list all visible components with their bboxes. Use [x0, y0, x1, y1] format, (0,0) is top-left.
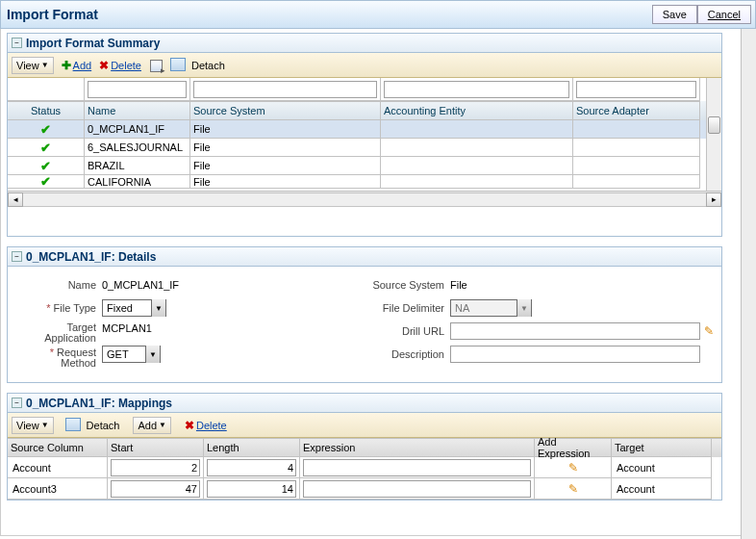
- filter-source-system[interactable]: [190, 78, 381, 101]
- col-source-adapter[interactable]: Source Adapter: [573, 101, 700, 120]
- filter-row: [8, 78, 706, 101]
- value-drill-url[interactable]: [450, 322, 700, 340]
- start-cell[interactable]: [108, 457, 204, 478]
- scroll-left[interactable]: ◂: [8, 192, 23, 207]
- scroll-right[interactable]: ▸: [706, 192, 721, 207]
- pencil-icon[interactable]: ✎: [704, 324, 714, 338]
- value-request-method[interactable]: GET▼: [102, 346, 161, 363]
- mappings-panel-title: 0_MCPLAN1_IF: Mappings: [26, 397, 172, 410]
- add-menu[interactable]: Add ▼: [133, 417, 171, 434]
- page-vertical-scrollbar[interactable]: [741, 29, 756, 539]
- format-selection-button[interactable]: [149, 58, 164, 73]
- table-row[interactable]: ✔ 0_MCPLAN1_IF File: [8, 120, 706, 139]
- label-name: Name: [15, 279, 102, 291]
- col-status[interactable]: Status: [8, 101, 85, 120]
- col-source-system[interactable]: Source System: [190, 101, 381, 120]
- titlebar: Import Format Save Cancel: [0, 0, 756, 29]
- chevron-down-icon: ▼: [159, 421, 166, 429]
- detach-button[interactable]: Detach: [67, 420, 120, 431]
- chevron-down-icon: ▼: [41, 421, 49, 429]
- table-row[interactable]: ✔ 6_SALESJOURNAL File: [8, 139, 706, 157]
- col-start[interactable]: Start: [108, 439, 204, 457]
- acc-cell: [381, 139, 573, 157]
- add-expression-cell[interactable]: ✎: [535, 478, 612, 500]
- add-button[interactable]: ✚Add: [62, 59, 92, 72]
- label-source-system: Source System: [364, 279, 450, 291]
- mappings-row[interactable]: Account3 ✎ Account: [8, 478, 721, 500]
- request-method-select: GET▼: [102, 346, 161, 363]
- mappings-row[interactable]: Account ✎ Account: [8, 457, 721, 478]
- titlebar-buttons: Save Cancel: [652, 5, 751, 24]
- details-panel-title: 0_MCPLAN1_IF: Details: [26, 250, 156, 264]
- file-delimiter-select: NA▼: [450, 299, 532, 317]
- add-expression-cell[interactable]: ✎: [535, 457, 612, 478]
- detach-icon: [172, 60, 186, 71]
- col-target[interactable]: Target: [612, 439, 712, 457]
- table-row[interactable]: ✔ CALIFORNIA File: [8, 175, 706, 189]
- delete-button[interactable]: ✖Delete: [99, 59, 141, 72]
- pencil-icon[interactable]: ✎: [568, 461, 578, 475]
- field-drill-url: Drill URL ✎: [364, 321, 714, 342]
- delete-button[interactable]: ✖Delete: [185, 419, 227, 432]
- col-add-expression[interactable]: Add Expression: [535, 439, 612, 457]
- filter-name[interactable]: [85, 78, 190, 101]
- collapse-icon[interactable]: −: [12, 38, 22, 48]
- file-type-select: Fixed▼: [102, 299, 166, 317]
- table-row[interactable]: ✔ BRAZIL File: [8, 157, 706, 175]
- col-accounting-entity[interactable]: Accounting Entity: [381, 101, 573, 120]
- mappings-panel-header: − 0_MCPLAN1_IF: Mappings: [8, 394, 721, 413]
- start-cell[interactable]: [108, 478, 204, 500]
- pencil-icon[interactable]: ✎: [568, 482, 578, 496]
- chevron-down-icon[interactable]: ▼: [517, 299, 531, 317]
- name-cell: BRAZIL: [85, 157, 190, 175]
- detach-button[interactable]: Detach: [172, 60, 225, 71]
- col-name[interactable]: Name: [85, 101, 190, 120]
- description-input[interactable]: [450, 346, 700, 363]
- summary-header-row: Status Name Source System Accounting Ent…: [8, 101, 706, 120]
- label-file-type: * File Type: [15, 302, 102, 314]
- collapse-icon[interactable]: −: [12, 398, 22, 408]
- filter-source-adapter[interactable]: [573, 78, 700, 101]
- summary-horizontal-scrollbar[interactable]: ◂ ▸: [8, 191, 721, 207]
- expression-cell[interactable]: [300, 478, 535, 500]
- chevron-down-icon[interactable]: ▼: [145, 346, 160, 363]
- drill-url-input[interactable]: [450, 322, 700, 340]
- summary-grid: Status Name Source System Accounting Ent…: [8, 78, 721, 191]
- format-selection-icon: [149, 58, 164, 73]
- chevron-down-icon[interactable]: ▼: [151, 299, 165, 317]
- field-request-method: * Request Method GET▼: [15, 346, 335, 369]
- acc-cell: [381, 175, 573, 189]
- col-source-column[interactable]: Source Column: [8, 439, 108, 457]
- value-file-type[interactable]: Fixed▼: [102, 299, 166, 317]
- view-menu[interactable]: View ▼: [12, 417, 54, 434]
- length-cell[interactable]: [204, 478, 300, 500]
- save-button[interactable]: Save: [652, 5, 697, 24]
- source-column-cell: Account3: [8, 478, 108, 500]
- view-menu[interactable]: View ▼: [12, 57, 54, 74]
- adapter-cell: [573, 139, 700, 157]
- status-cell: ✔: [8, 139, 85, 157]
- summary-vertical-scrollbar[interactable]: [706, 78, 721, 191]
- value-file-delimiter[interactable]: NA▼: [450, 299, 532, 317]
- details-panel: − 0_MCPLAN1_IF: Details Name 0_MCPLAN1_I…: [7, 246, 722, 383]
- status-cell: ✔: [8, 157, 85, 175]
- col-expression[interactable]: Expression: [300, 439, 535, 457]
- summary-panel-body: View ▼ ✚Add ✖Delete Detach: [8, 53, 721, 236]
- length-cell[interactable]: [204, 457, 300, 478]
- name-cell: 6_SALESJOURNAL: [85, 139, 190, 157]
- mappings-header-row: Source Column Start Length Expression Ad…: [8, 438, 721, 457]
- col-length[interactable]: Length: [204, 439, 300, 457]
- chevron-down-icon: ▼: [41, 61, 49, 69]
- cancel-button[interactable]: Cancel: [697, 5, 751, 24]
- label-target-app: Target Application: [15, 321, 102, 344]
- expression-cell[interactable]: [300, 457, 535, 478]
- target-cell: Account: [612, 457, 712, 478]
- summary-panel-header: − Import Format Summary: [8, 34, 721, 53]
- scroll-track[interactable]: [23, 192, 706, 207]
- acc-cell: [381, 120, 573, 139]
- value-description[interactable]: [450, 346, 700, 363]
- label-file-delimiter: File Delimiter: [364, 302, 450, 314]
- collapse-icon[interactable]: −: [12, 251, 22, 262]
- check-icon: ✔: [40, 159, 51, 173]
- filter-accounting-entity[interactable]: [381, 78, 573, 101]
